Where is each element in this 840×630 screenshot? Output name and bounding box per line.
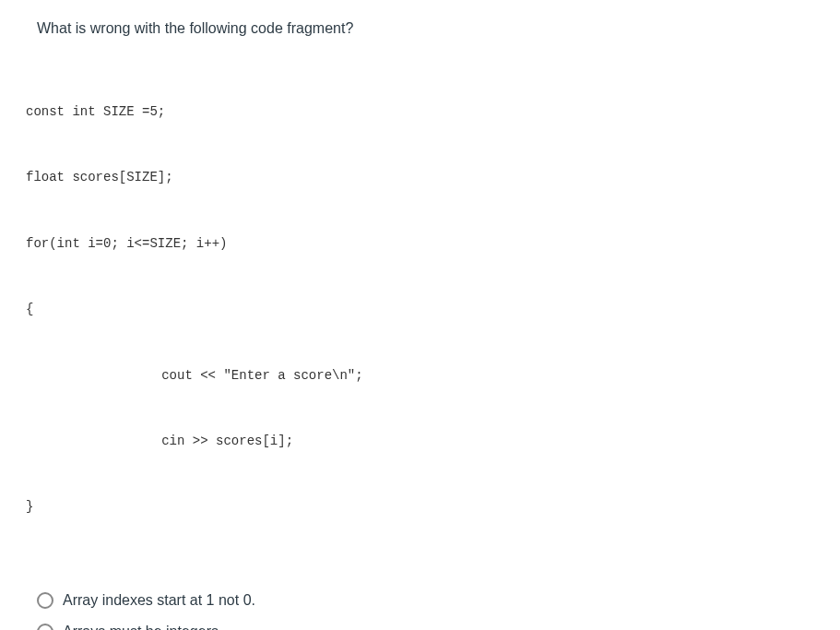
question-19: What is wrong with the following code fr…: [26, 18, 814, 630]
option-19-a[interactable]: Array indexes start at 1 not 0.: [37, 590, 814, 611]
code-line: cout << "Enter a score\n";: [26, 365, 814, 387]
option-19-b[interactable]: Arrays must be integers.: [37, 622, 814, 630]
code-line: const int SIZE =5;: [26, 101, 814, 124]
radio-icon: [37, 592, 53, 609]
option-label: Array indexes start at 1 not 0.: [63, 590, 255, 611]
code-line: {: [26, 299, 814, 321]
options-group-19: Array indexes start at 1 not 0. Arrays m…: [37, 590, 814, 630]
option-label: Arrays must be integers.: [63, 622, 222, 630]
code-line: cin >> scores[i];: [26, 431, 814, 453]
question-prompt: What is wrong with the following code fr…: [37, 18, 814, 39]
code-line: }: [26, 496, 814, 518]
code-line: float scores[SIZE];: [26, 167, 814, 189]
code-line: for(int i=0; i<=SIZE; i++): [26, 233, 814, 256]
radio-icon: [37, 624, 53, 630]
code-fragment: const int SIZE =5; float scores[SIZE]; f…: [26, 57, 814, 562]
